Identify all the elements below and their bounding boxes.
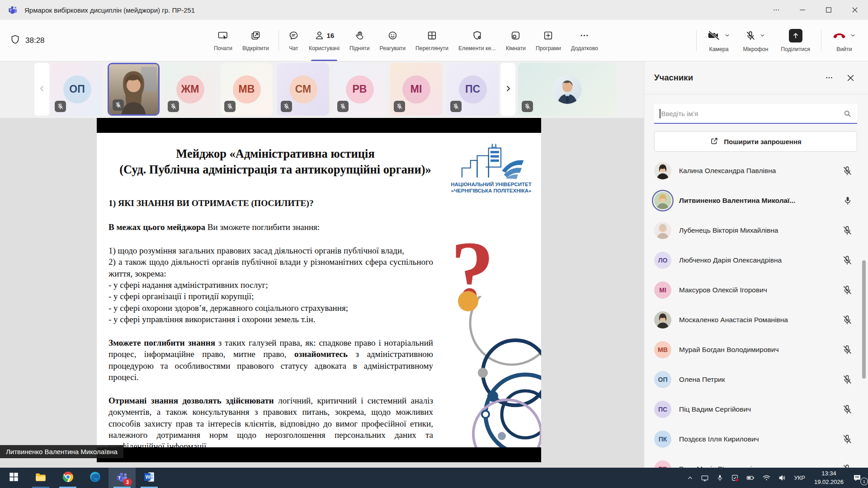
meeting-stage-area: ОПЖММВСМРВМІПС Мейджор «Адміністративна …	[0, 61, 644, 468]
toolbar-button-react[interactable]: Реагувати	[375, 20, 410, 61]
tray-display-icon[interactable]	[697, 468, 712, 488]
leave-button[interactable]: Вийти	[826, 20, 863, 61]
start-button[interactable]	[0, 468, 27, 488]
tray-battery-icon[interactable]	[743, 468, 759, 488]
slide-list: 1) щодо розуміння загальних правових зас…	[108, 245, 433, 325]
toolbar-button-view[interactable]: Переглянути	[410, 20, 453, 61]
video-tile-ПС[interactable]: ПС	[447, 63, 499, 116]
camera-off-icon	[708, 30, 721, 41]
video-tile-photo[interactable]	[518, 63, 616, 116]
toolbar-button-people[interactable]: 16Користувачі	[304, 20, 344, 61]
window-close-button[interactable]	[842, 0, 868, 20]
tray-app-alert-icon[interactable]	[727, 468, 743, 488]
toolbar-button-apps[interactable]: Програми	[531, 20, 566, 61]
video-tile-РВ[interactable]: РВ	[334, 63, 386, 116]
word-button[interactable]	[136, 468, 163, 488]
search-input[interactable]	[660, 110, 844, 117]
search-icon	[843, 109, 852, 118]
video-tile-ОП[interactable]: ОП	[51, 63, 103, 116]
toolbar-button-more[interactable]: Додатково	[566, 20, 603, 61]
panel-scrollbar[interactable]	[862, 260, 866, 379]
participant-row[interactable]: Лубенець Вікторія Михайлівна	[654, 216, 853, 245]
more-icon	[579, 30, 590, 41]
toolbar-divider	[821, 30, 821, 51]
window-maximize-button[interactable]	[816, 0, 842, 20]
participant-row[interactable]: Москаленко Анастасія Романівна	[654, 305, 853, 335]
mic-off-icon[interactable]	[842, 404, 853, 415]
edge-button[interactable]	[81, 468, 108, 488]
slide-list-item: - у сфері надання адміністративних послу…	[108, 279, 433, 291]
chevron-down-icon[interactable]	[724, 32, 731, 39]
mic-off-icon[interactable]	[842, 434, 853, 445]
participant-row[interactable]: ПСПіц Вадим Сергійович	[654, 394, 853, 424]
tray-microphone-icon[interactable]	[712, 468, 727, 488]
mic-off-icon[interactable]	[842, 285, 853, 296]
window-more-button[interactable]	[763, 0, 789, 20]
participant-row[interactable]: РВРень Марія В'ячеславівна	[654, 454, 853, 468]
slide-paragraph-depth: Зможете поглибити знання з таких галузей…	[108, 337, 433, 383]
participant-avatar-initials: ЛО	[654, 252, 671, 269]
participant-row[interactable]: ПКПоздєєв Ілля Кирилович	[654, 424, 853, 454]
video-tile-active-speaker[interactable]	[108, 63, 160, 116]
toolbar-button-unpin[interactable]: Відкріпити	[237, 20, 274, 61]
mic-on-icon[interactable]	[843, 196, 853, 206]
mic-off-icon[interactable]	[842, 374, 853, 385]
participant-avatar-initials: ПС	[654, 401, 671, 418]
toolbar-button-meeting-controls[interactable]: Елементи ке...	[453, 20, 501, 61]
filmstrip-scroll-right-button[interactable]	[500, 63, 515, 116]
teams-taskbar-button[interactable]: 3	[108, 468, 136, 488]
share-invite-button[interactable]: Поширити запрошення	[654, 131, 857, 152]
window-minimize-button[interactable]	[789, 0, 816, 20]
action-center-button[interactable]: 1	[849, 468, 868, 488]
video-tile-МІ[interactable]: МІ	[390, 63, 442, 116]
participant-name: Любченко Дарія Олександрівна	[679, 256, 834, 264]
participants-header: Учасники	[644, 61, 868, 94]
mic-off-icon[interactable]	[842, 225, 853, 236]
chrome-button[interactable]	[54, 468, 81, 488]
slide-heading: 1) ЯКІ ЗНАННЯ ВИ ОТРИМАЄТЕ (ПОСИЛИТЕ)?	[108, 197, 433, 209]
emoji-icon	[387, 30, 398, 41]
share-button[interactable]: Поділитися	[774, 20, 816, 61]
popout-icon	[250, 30, 261, 41]
mic-off-icon[interactable]	[842, 464, 853, 468]
mic-off-icon[interactable]	[842, 255, 853, 266]
tray-expand-button[interactable]	[683, 468, 697, 488]
taskbar-clock[interactable]: 13:34 19.02.2026	[809, 469, 849, 487]
participant-row[interactable]: ЛОЛюбченко Дарія Олександрівна	[654, 245, 853, 275]
camera-button[interactable]: Камера	[701, 20, 737, 61]
participant-row[interactable]: Калина Олександра Павлівна	[654, 156, 853, 186]
video-tile-ЖМ[interactable]: ЖМ	[164, 63, 216, 116]
toolbar-divider	[278, 30, 279, 51]
mic-off-icon[interactable]	[842, 314, 853, 325]
video-tile-МВ[interactable]: МВ	[221, 63, 273, 116]
people-icon	[314, 30, 325, 41]
action-center-badge: 1	[860, 478, 868, 485]
toolbar-button-label: Елементи ке...	[458, 45, 496, 52]
toolbar-button-chat[interactable]: Чат	[283, 20, 304, 61]
toolbar-button-raise-hand[interactable]: Підняти	[344, 20, 375, 61]
participant-row[interactable]: МВМурай Богдан Володимирович	[654, 335, 853, 365]
video-tile-СМ[interactable]: СМ	[277, 63, 329, 116]
mic-off-icon[interactable]	[842, 165, 853, 176]
avatar-initials: СМ	[289, 75, 317, 103]
filmstrip-scroll-left-button[interactable]	[34, 63, 49, 116]
participant-row[interactable]: ОПОлена Петрик	[654, 365, 853, 394]
file-explorer-button[interactable]	[27, 468, 54, 488]
microphone-button[interactable]: Мікрофон	[737, 20, 775, 61]
chevron-down-icon[interactable]	[849, 32, 856, 39]
mic-off-icon[interactable]	[842, 344, 853, 355]
participant-row[interactable]: Литвиненко Валентина Миколаї...	[654, 186, 853, 216]
panel-more-icon[interactable]	[825, 74, 833, 82]
toolbar-button-start-share[interactable]: Почати	[209, 20, 237, 61]
chevron-down-icon[interactable]	[759, 32, 766, 39]
language-indicator[interactable]: УКР	[790, 468, 809, 488]
active-tab-indicator	[311, 60, 337, 61]
tray-wifi-icon[interactable]	[759, 468, 774, 488]
share-screen-icon	[217, 30, 229, 41]
participant-row[interactable]: МІМаксуров Олексій Ігорович	[654, 275, 853, 305]
tray-volume-icon[interactable]	[774, 468, 790, 488]
panel-close-icon[interactable]	[847, 74, 854, 82]
meeting-toolbar: 38:28 ПочатиВідкріпитиЧат16КористувачіПі…	[0, 20, 868, 61]
toolbar-button-rooms[interactable]: Кімнати	[501, 20, 531, 61]
toolbar-button-label: Переглянути	[415, 45, 448, 52]
